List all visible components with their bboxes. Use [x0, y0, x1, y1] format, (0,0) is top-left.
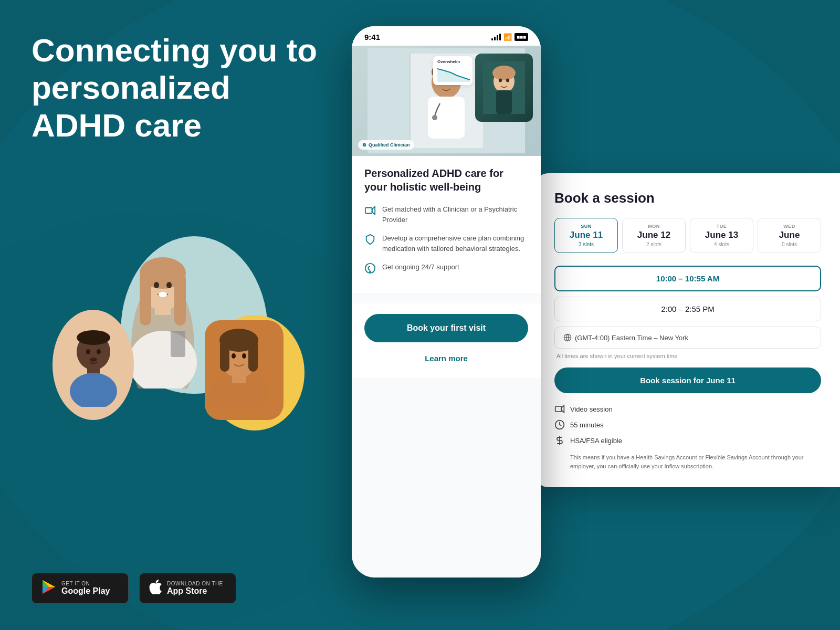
feature-text-2: Develop a comprehensive care plan combin…	[382, 233, 528, 254]
app-store-title: App Store	[167, 586, 223, 596]
svg-rect-25	[248, 340, 258, 372]
battery-icon: ■■■	[514, 33, 528, 41]
svg-text:✓: ✓	[363, 143, 366, 146]
svg-rect-15	[174, 273, 186, 326]
session-video-info: Video session	[554, 404, 821, 414]
feature-item-3: Get ongoing 24/7 support	[364, 262, 528, 274]
person-3-avatar	[205, 320, 284, 420]
feature-text-1: Get matched with a Clinician or a Psychi…	[382, 204, 528, 225]
date-day-2: TUE	[695, 224, 749, 229]
book-session-button[interactable]: Book session for June 11	[554, 368, 821, 393]
svg-point-17	[166, 282, 172, 288]
svg-point-18	[159, 292, 167, 297]
status-bar: 9:41 📶 ■■■	[352, 26, 541, 46]
google-play-button[interactable]: GET IT ON Google Play	[32, 573, 129, 604]
globe-icon	[563, 333, 572, 342]
timezone-note: All times are shown in your current syst…	[554, 353, 821, 359]
signal-bar-3	[497, 35, 498, 40]
support-icon	[364, 262, 376, 274]
phone-content-heading: Personalized ADHD care for your holistic…	[364, 166, 528, 194]
person-1-avatar	[52, 310, 134, 420]
timezone-selector[interactable]: (GMT-4:00) Eastern Time – New York	[554, 327, 821, 349]
date-num-2: June 13	[695, 230, 749, 240]
left-section: Connecting you to personalized ADHD care	[32, 32, 331, 165]
date-slots-1: 2 slots	[627, 242, 681, 247]
google-play-title: Google Play	[61, 586, 110, 596]
app-stores: GET IT ON Google Play Download on the Ap…	[32, 573, 236, 604]
svg-marker-60	[561, 405, 564, 412]
feature-item-2: Develop a comprehensive care plan combin…	[364, 233, 528, 254]
date-day-3: WED	[762, 224, 816, 229]
apple-icon	[149, 580, 162, 597]
date-june11[interactable]: SUN June 11 3 slots	[554, 218, 618, 253]
overwhelm-card: Overwhelm	[433, 56, 472, 85]
svg-rect-49	[496, 90, 512, 114]
svg-rect-54	[365, 208, 372, 214]
google-play-subtitle: GET IT ON	[61, 581, 110, 586]
date-day-0: SUN	[559, 224, 613, 229]
svg-point-5	[70, 373, 117, 407]
svg-rect-14	[140, 273, 151, 326]
date-june-wed[interactable]: WED June 0 slots	[758, 218, 821, 253]
session-info: Video session 55 minutes HSA/FSA eligibl…	[554, 404, 821, 470]
date-slots-0: 3 slots	[559, 242, 613, 247]
svg-point-48	[492, 66, 516, 80]
overwhelm-label: Overwhelm	[437, 59, 468, 64]
session-dollar-icon	[554, 435, 565, 446]
session-clock-icon	[554, 419, 565, 430]
person-1-svg	[62, 323, 125, 407]
status-time: 9:41	[364, 33, 380, 41]
hero-headline: Connecting you to personalized ADHD care	[32, 32, 331, 144]
svg-point-8	[90, 358, 97, 362]
svg-point-51	[506, 79, 509, 82]
signal-bars	[491, 34, 501, 40]
book-first-visit-button[interactable]: Book your first visit	[364, 314, 528, 342]
svg-point-6	[86, 349, 90, 354]
date-june12[interactable]: MON June 12 2 slots	[622, 218, 686, 253]
svg-rect-59	[555, 406, 562, 412]
phone-screen: 9:41 📶 ■■■	[352, 26, 541, 578]
session-duration-label: 55 minutes	[570, 421, 604, 429]
hsa-note: This means if you have a Health Savings …	[554, 453, 821, 470]
svg-point-43	[432, 115, 437, 120]
app-store-text: Download on the App Store	[167, 581, 223, 596]
phone-video-area: Overwhelm	[352, 46, 541, 156]
svg-point-57	[370, 271, 371, 272]
wifi-icon: 📶	[503, 33, 512, 41]
date-june13[interactable]: TUE June 13 4 slots	[690, 218, 753, 253]
google-play-text: GET IT ON Google Play	[61, 581, 110, 596]
date-slots-3: 0 slots	[762, 242, 816, 247]
session-video-icon	[554, 404, 565, 414]
time-slot-2[interactable]: 2:00 – 2:55 PM	[554, 297, 821, 321]
status-icons: 📶 ■■■	[491, 33, 528, 41]
date-num-1: June 12	[627, 230, 681, 240]
feature-text-3: Get ongoing 24/7 support	[382, 262, 459, 272]
session-video-label: Video session	[570, 405, 613, 413]
date-selector: SUN June 11 3 slots MON June 12 2 slots …	[554, 218, 821, 253]
phone-cta-area: Book your first visit Learn more	[352, 303, 541, 377]
timezone-text: (GMT-4:00) Eastern Time – New York	[575, 334, 688, 342]
phone-content: Personalized ADHD care for your holistic…	[352, 156, 541, 293]
shield-icon	[364, 234, 376, 245]
booking-panel-inner: Book a session SUN June 11 3 slots MON J…	[536, 173, 840, 487]
svg-point-26	[232, 353, 236, 359]
session-hsa-label: HSA/FSA eligible	[570, 437, 622, 445]
date-num-0: June 11	[559, 230, 613, 240]
svg-point-7	[97, 349, 101, 354]
session-duration-info: 55 minutes	[554, 419, 821, 430]
svg-point-16	[154, 282, 159, 288]
date-num-3: June	[762, 230, 816, 240]
svg-point-3	[77, 330, 110, 345]
session-hsa-info: HSA/FSA eligible	[554, 435, 821, 446]
feature-item-1: Get matched with a Clinician or a Psychi…	[364, 204, 528, 225]
google-play-icon	[41, 580, 56, 597]
time-slot-1[interactable]: 10:00 – 10:55 AM	[554, 266, 821, 291]
overwhelm-chart	[437, 66, 468, 82]
qualified-badge: ✓ Qualified Clinician	[358, 140, 414, 150]
app-store-subtitle: Download on the	[167, 581, 223, 586]
learn-more-link[interactable]: Learn more	[364, 350, 528, 367]
phone-mockup: 9:41 📶 ■■■	[352, 26, 541, 578]
svg-point-27	[242, 353, 246, 359]
app-store-button[interactable]: Download on the App Store	[139, 573, 236, 604]
signal-bar-2	[494, 37, 496, 40]
